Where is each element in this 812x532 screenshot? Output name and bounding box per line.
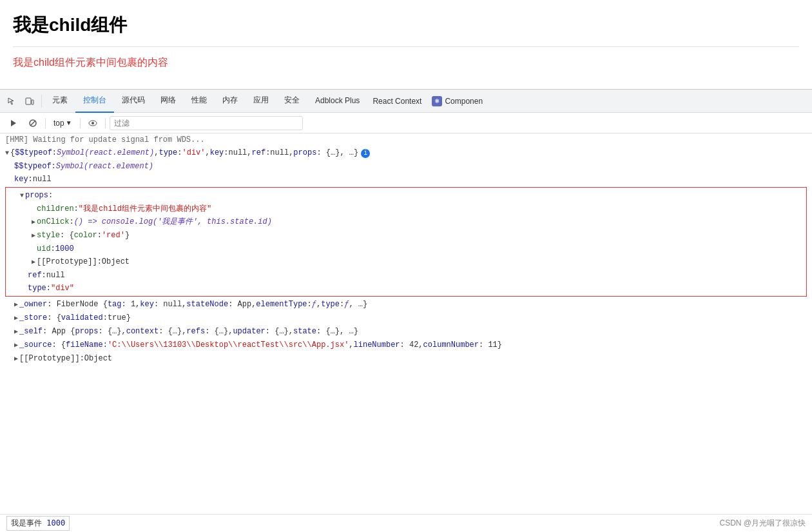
obj-root-line[interactable]: { $$typeof : Symbol(react.element) , typ… [0,146,812,160]
tab-components-label: Componen [445,97,483,106]
source-key: _source [19,339,52,351]
tab-adblock[interactable]: Adblock Plus [307,90,367,113]
key-val: null [229,147,247,159]
statenode-key: stateNode [186,299,228,310]
top-label: top [53,119,64,128]
onclick-val: () => console.log('我是事件', this.state.id) [74,216,272,228]
store-triangle[interactable] [14,313,18,324]
key-key: key [210,147,224,159]
props-line[interactable]: props : [6,189,806,202]
cursor-icon-btn[interactable] [3,92,21,110]
toolbar-separator-1 [45,118,46,128]
props-red-box: props : children : "我是child组件元素中间包裹的内容" … [5,187,807,297]
status-event-box: 我是事件 1000 [6,516,70,531]
svg-marker-2 [11,120,16,126]
tag-key: tag [108,299,122,310]
tab-security[interactable]: 安全 [276,90,307,113]
tab-application[interactable]: 应用 [246,90,276,113]
eye-btn[interactable] [84,115,101,132]
validated-val: true [108,312,126,324]
root-triangle[interactable] [5,148,9,159]
prototype-triangle[interactable] [32,257,35,268]
status-bar: 我是事件 1000 CSDN @月光咽了很凉快 [0,514,812,532]
children-line: children : "我是child组件元素中间包裹的内容" [6,202,806,215]
style-line[interactable]: style : { color : 'red' } [6,229,806,242]
prototype-line[interactable]: [[Prototype]] : Object [6,255,806,269]
page-title: 我是child组件 [13,13,799,37]
tab-elements[interactable]: 元素 [44,90,75,113]
filename-key: fileName [66,339,103,351]
typeof-val: Symbol(react.element) [57,147,154,159]
tab-performance[interactable]: 性能 [184,90,215,113]
self-triangle[interactable] [14,326,18,338]
proto2-triangle[interactable] [14,353,18,365]
tab-react-context[interactable]: React Context [367,90,427,113]
status-event-text: 我是事件 [11,518,42,527]
key-line: key : null [0,173,812,186]
ref-key: ref [252,147,266,159]
key-label: key [14,173,28,185]
context-key: context [126,326,159,337]
proto2-label: [[Prototype]] [19,353,80,364]
tab-components[interactable]: ⚛ Componen [427,90,488,113]
tab-separator-1 [41,95,42,108]
refs-key: refs [186,326,205,337]
uid-val: 1000 [55,243,74,255]
self-line[interactable]: _self : App { props : {…}, context : {…}… [0,325,812,339]
status-brand: CSDN @月光咽了很凉快 [719,518,806,529]
proto2-line[interactable]: [[Prototype]] : Object [0,352,812,366]
top-dropdown[interactable]: top ▼ [50,117,76,129]
typeof-symbol: Symbol(react.element) [56,161,153,172]
device-icon-btn[interactable] [21,92,39,110]
type-label: type [28,282,46,294]
elemtype-f: ƒ [312,299,316,310]
hmr-line: [HMR] Waiting for update signal from WDS… [0,133,812,146]
style-key: style [37,230,60,241]
tab-console[interactable]: 控制台 [75,90,114,113]
style-triangle[interactable] [32,230,35,242]
props-triangle[interactable] [20,190,24,202]
top-dropdown-arrow: ▼ [66,119,72,126]
elemtype-key: elementType [256,299,307,310]
info-icon: i [361,149,370,158]
source-line[interactable]: _source : { fileName : 'C:\\Users\\13103… [0,339,812,352]
page-divider [13,46,799,47]
style-color-key: color [74,230,97,241]
typeof-line: $$typeof : Symbol(react.element) [0,160,812,173]
owner-triangle[interactable] [14,299,18,311]
tab-memory[interactable]: 内存 [215,90,246,113]
typeof-key: $$typeof [15,147,52,159]
state-key: state [293,326,316,337]
linenum-key: lineNumber [354,339,400,351]
tab-sources[interactable]: 源代码 [114,90,153,113]
console-content: [HMR] Waiting for update signal from WDS… [0,133,812,514]
key-null: null [33,173,52,185]
style-color-val: 'red' [102,230,125,241]
updater-key: updater [233,326,265,337]
run-btn[interactable] [5,115,22,132]
source-triangle[interactable] [14,340,18,351]
store-key: _store [19,312,47,324]
owner-line[interactable]: _owner : FiberNode { tag : 1, key : null… [0,298,812,311]
typeof-label: $$typeof [14,161,52,172]
onclick-triangle[interactable] [32,217,35,228]
hmr-text: [HMR] Waiting for update signal from WDS… [5,134,205,146]
filter-input[interactable] [110,116,303,130]
ref-line: ref : null [6,269,806,282]
type-div: "div" [51,282,74,294]
store-line[interactable]: _store : { validated : true } [0,311,812,325]
children-key: children [37,203,74,215]
type-key: type [159,147,177,159]
component-tab-icon: ⚛ [432,96,442,106]
devtools-tab-bar: 元素 控制台 源代码 网络 性能 内存 应用 安全 Adblock Plus R… [0,90,812,113]
devtools-panel: 元素 控制台 源代码 网络 性能 内存 应用 安全 Adblock Plus R… [0,89,812,532]
devtools-toolbar: top ▼ [0,113,812,133]
toolbar-separator-2 [80,118,81,128]
block-btn[interactable] [24,115,41,132]
svg-rect-1 [32,100,34,104]
onclick-line[interactable]: onClick : () => console.log('我是事件', this… [6,215,806,229]
type2-key: type [321,299,340,310]
tab-network[interactable]: 网络 [153,90,184,113]
proto2-val: Object [84,353,112,364]
status-event-num: 1000 [46,518,65,527]
